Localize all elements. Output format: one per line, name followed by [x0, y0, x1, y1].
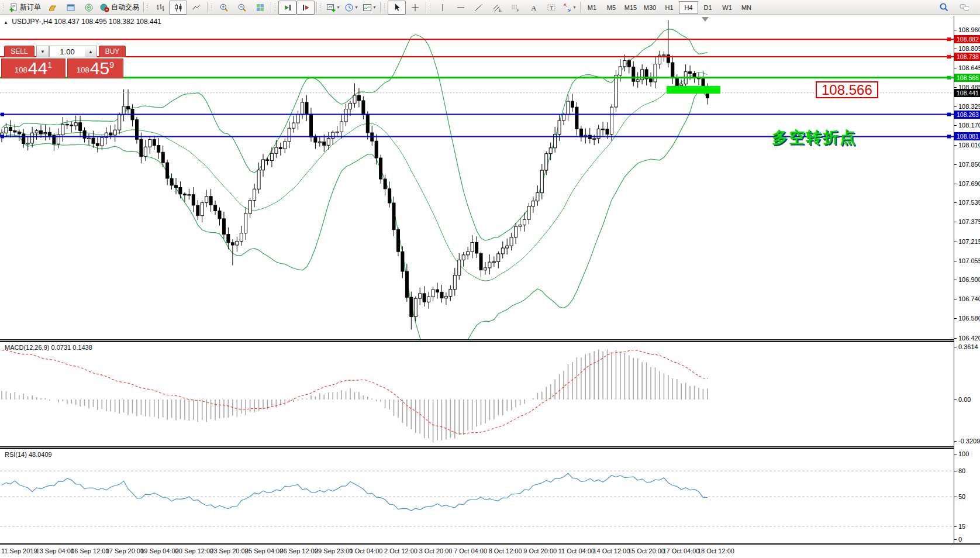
timeframe-group: M1M5M15M30H1H4D1W1MN	[582, 1, 756, 14]
toolbar-grip	[384, 3, 385, 12]
toolbar-left: 新订单自动交易▾▾▾EFAT▾	[1, 1, 582, 15]
toolbar-separator	[207, 2, 208, 13]
data-window-button[interactable]	[61, 1, 80, 15]
timeframe-h4[interactable]: H4	[679, 1, 698, 14]
new-chart-button[interactable]: ▾	[324, 1, 342, 15]
svg-text:F: F	[517, 8, 519, 12]
bar-chart-button[interactable]	[151, 1, 169, 15]
time-label: 25 Sep 04:00	[245, 547, 283, 554]
periods-button[interactable]: ▾	[342, 1, 360, 15]
timeframe-d1[interactable]: D1	[698, 1, 717, 14]
templates-button[interactable]: ▾	[360, 1, 378, 15]
time-axis[interactable]: 11 Sep 201913 Sep 04:0016 Sep 12:0017 Se…	[0, 545, 980, 558]
toolbar-separator	[316, 2, 317, 13]
scale-tick	[954, 242, 957, 242]
scale-tick	[954, 338, 957, 339]
trade-controls-row: SELL ▼ ▲ BUY	[1, 46, 126, 57]
scale-label: 0.00	[958, 396, 971, 403]
scale-label: 0	[958, 536, 962, 543]
chat-button[interactable]	[955, 1, 973, 15]
toolbar-right	[934, 1, 979, 15]
time-label: 11 Sep 2019	[1, 547, 37, 554]
tile-windows-button[interactable]	[251, 1, 269, 15]
time-label: 15 Oct 20:00	[628, 547, 665, 554]
scale-label: 108.010	[958, 142, 980, 149]
chinese-annotation[interactable]: 多空转折点	[772, 127, 857, 148]
dropdown-caret-icon[interactable]: ▾	[337, 5, 339, 10]
volume-input[interactable]	[49, 46, 85, 57]
sell-button[interactable]: SELL	[4, 46, 34, 57]
metaeditor-button[interactable]	[43, 1, 61, 15]
channel-button[interactable]: E	[488, 1, 506, 15]
scale-tick	[954, 539, 957, 540]
vertical-line-button[interactable]	[433, 1, 451, 15]
timeframe-m5[interactable]: M5	[602, 1, 621, 14]
toolbar-grip	[320, 3, 322, 12]
line-chart-button[interactable]	[187, 1, 205, 15]
buy-price-box[interactable]: 108 45 9	[67, 58, 123, 78]
zoom-out-button[interactable]	[233, 1, 251, 15]
timeframe-w1[interactable]: W1	[717, 1, 737, 14]
volume-increase-button[interactable]: ▲	[85, 46, 97, 57]
crosshair-button[interactable]	[406, 1, 424, 15]
timeframe-m15[interactable]: M15	[621, 1, 640, 14]
svg-text:E: E	[499, 8, 502, 12]
candlestick-button[interactable]	[169, 1, 187, 15]
price-level-label[interactable]: 108.566	[816, 81, 878, 98]
one-click-trading-panel: SELL ▼ ▲ BUY 108 44 1 108 45 9	[1, 42, 125, 78]
text-label-button[interactable]: T	[542, 1, 560, 15]
autotrading-label: 自动交易	[111, 2, 139, 12]
time-label: 17 Oct 04:00	[662, 547, 699, 554]
scale-tick	[954, 49, 957, 49]
fibonacci-button[interactable]: F	[506, 1, 524, 15]
scale-label: 108.325	[958, 103, 980, 110]
price-badge-108.882: 108.882	[954, 35, 980, 43]
scale-tick	[954, 145, 957, 146]
trade-panel-collapse-icon[interactable]: ▲	[4, 20, 8, 25]
time-label: 19 Sep 04:00	[140, 547, 178, 554]
buy-price-pips: 45	[90, 60, 109, 77]
macd-chart	[0, 342, 954, 446]
new-order-button[interactable]: 新订单	[6, 1, 43, 15]
auto-scroll-button[interactable]	[278, 1, 296, 15]
dropdown-caret-icon[interactable]: ▾	[573, 5, 575, 10]
timeframe-h1[interactable]: H1	[660, 1, 679, 14]
strategy-tester-button[interactable]	[80, 1, 98, 15]
timeframe-m1[interactable]: M1	[582, 1, 602, 14]
auto-scroll-icon	[283, 3, 292, 12]
new-chart-icon	[326, 3, 336, 12]
chart-shift-button[interactable]	[296, 1, 315, 15]
cursor-button[interactable]	[388, 1, 406, 15]
scale-label: 106.420	[958, 335, 980, 342]
macd-panel[interactable]: MACD(12,26,9) 0.0731 0.1438	[0, 342, 954, 446]
price-axis[interactable]: 108.960108.805108.645108.485108.325108.1…	[954, 16, 980, 543]
zoom-in-button[interactable]	[215, 1, 233, 15]
scale-label: 108.805	[958, 45, 980, 52]
panel-resize-separator[interactable]	[0, 339, 980, 342]
sell-price-box[interactable]: 108 44 1	[1, 58, 65, 78]
rsi-panel[interactable]: RSI(14) 48.0409	[0, 449, 954, 543]
scale-tick	[954, 87, 957, 88]
zoom-out-icon	[237, 3, 247, 12]
svg-text:T: T	[550, 5, 553, 11]
text-button[interactable]: A	[524, 1, 542, 15]
time-label: 16 Sep 12:00	[71, 547, 109, 554]
timeframe-m30[interactable]: M30	[640, 1, 660, 14]
panel-resize-separator[interactable]	[0, 446, 980, 449]
search-button[interactable]	[934, 1, 953, 15]
horizontal-line-button[interactable]	[451, 1, 470, 15]
arrows-button[interactable]: ▾	[560, 1, 578, 15]
chart-ohlc-header: ▲ USDJPY-,H4 108.437 108.495 108.382 108…	[4, 18, 161, 26]
dropdown-caret-icon[interactable]: ▾	[373, 5, 375, 10]
timeframe-mn[interactable]: MN	[737, 1, 756, 14]
dropdown-caret-icon[interactable]: ▾	[355, 5, 357, 10]
autotrading-button[interactable]: 自动交易	[98, 1, 142, 15]
volume-decrease-button[interactable]: ▼	[36, 46, 49, 57]
scale-label: 106.900	[958, 276, 980, 283]
buy-button[interactable]: BUY	[99, 46, 126, 57]
main-chart-panel[interactable]: ▲ USDJPY-,H4 108.437 108.495 108.382 108…	[0, 16, 954, 339]
trendline-button[interactable]	[470, 1, 488, 15]
toolbar-grip	[274, 3, 276, 12]
candlestick-chart[interactable]	[0, 16, 954, 339]
highlight-rectangle[interactable]	[667, 86, 720, 94]
